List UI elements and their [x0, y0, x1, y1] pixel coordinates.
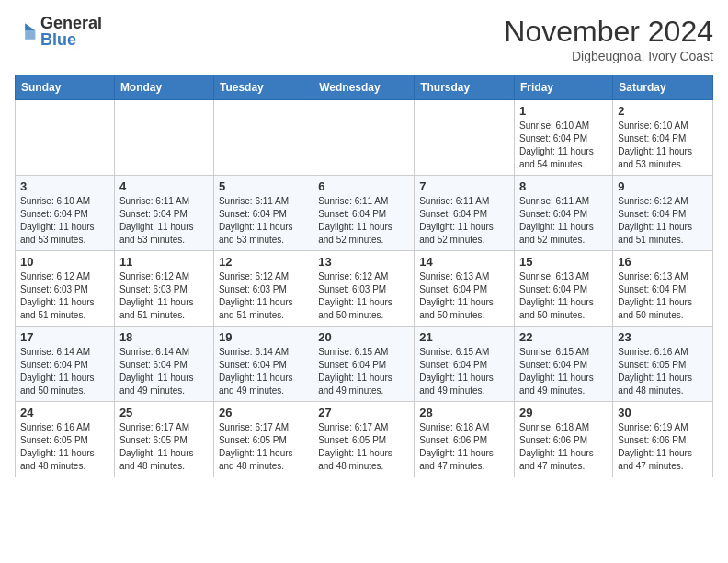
calendar-cell: 22Sunrise: 6:15 AM Sunset: 6:04 PM Dayli…	[515, 327, 613, 402]
calendar-cell: 14Sunrise: 6:13 AM Sunset: 6:04 PM Dayli…	[415, 251, 515, 327]
day-number: 3	[20, 179, 109, 193]
day-header-wednesday: Wednesday	[313, 75, 415, 100]
title-block: November 2024 Digbeugnoa, Ivory Coast	[504, 15, 713, 63]
calendar-table: SundayMondayTuesdayWednesdayThursdayFrid…	[15, 75, 713, 477]
day-info: Sunrise: 6:13 AM Sunset: 6:04 PM Dayligh…	[519, 270, 608, 322]
calendar-week-2: 10Sunrise: 6:12 AM Sunset: 6:03 PM Dayli…	[16, 251, 713, 327]
day-header-saturday: Saturday	[613, 75, 713, 100]
day-info: Sunrise: 6:14 AM Sunset: 6:04 PM Dayligh…	[219, 346, 308, 397]
calendar-week-0: 1Sunrise: 6:10 AM Sunset: 6:04 PM Daylig…	[16, 100, 713, 176]
calendar-cell: 12Sunrise: 6:12 AM Sunset: 6:03 PM Dayli…	[213, 251, 313, 327]
day-info: Sunrise: 6:13 AM Sunset: 6:04 PM Dayligh…	[618, 270, 708, 322]
calendar-header-row: SundayMondayTuesdayWednesdayThursdayFrid…	[16, 75, 713, 100]
calendar-cell: 9Sunrise: 6:12 AM Sunset: 6:04 PM Daylig…	[613, 176, 713, 251]
day-info: Sunrise: 6:11 AM Sunset: 6:04 PM Dayligh…	[519, 195, 608, 247]
calendar-cell: 23Sunrise: 6:16 AM Sunset: 6:05 PM Dayli…	[613, 327, 713, 402]
day-info: Sunrise: 6:19 AM Sunset: 6:06 PM Dayligh…	[618, 421, 708, 473]
calendar-cell: 7Sunrise: 6:11 AM Sunset: 6:04 PM Daylig…	[415, 176, 515, 251]
day-number: 11	[119, 255, 209, 269]
calendar-cell: 11Sunrise: 6:12 AM Sunset: 6:03 PM Dayli…	[114, 251, 213, 327]
logo: General Blue	[15, 15, 102, 48]
day-number: 6	[318, 179, 409, 193]
logo-icon	[15, 20, 37, 42]
day-number: 8	[519, 179, 608, 193]
logo-blue: Blue	[40, 31, 102, 48]
day-info: Sunrise: 6:15 AM Sunset: 6:04 PM Dayligh…	[318, 346, 409, 397]
day-header-thursday: Thursday	[415, 75, 515, 100]
day-number: 19	[219, 330, 308, 344]
day-number: 23	[618, 330, 708, 344]
day-number: 30	[618, 406, 708, 419]
day-number: 13	[318, 255, 409, 269]
calendar-week-3: 17Sunrise: 6:14 AM Sunset: 6:04 PM Dayli…	[16, 327, 713, 402]
calendar-cell	[114, 100, 213, 176]
day-header-friday: Friday	[515, 75, 613, 100]
calendar-cell: 27Sunrise: 6:17 AM Sunset: 6:05 PM Dayli…	[313, 402, 415, 477]
day-number: 18	[119, 330, 209, 344]
day-number: 26	[219, 406, 308, 419]
day-info: Sunrise: 6:13 AM Sunset: 6:04 PM Dayligh…	[419, 270, 509, 322]
day-info: Sunrise: 6:17 AM Sunset: 6:05 PM Dayligh…	[318, 421, 409, 473]
day-info: Sunrise: 6:10 AM Sunset: 6:04 PM Dayligh…	[519, 120, 608, 171]
calendar-week-4: 24Sunrise: 6:16 AM Sunset: 6:05 PM Dayli…	[16, 402, 713, 477]
day-number: 5	[219, 179, 308, 193]
calendar-cell: 4Sunrise: 6:11 AM Sunset: 6:04 PM Daylig…	[114, 176, 213, 251]
day-info: Sunrise: 6:17 AM Sunset: 6:05 PM Dayligh…	[219, 421, 308, 473]
calendar-cell: 5Sunrise: 6:11 AM Sunset: 6:04 PM Daylig…	[213, 176, 313, 251]
logo-general: General	[40, 15, 102, 31]
day-number: 29	[519, 406, 608, 419]
day-number: 16	[618, 255, 708, 269]
day-number: 21	[419, 330, 509, 344]
day-number: 22	[519, 330, 608, 344]
day-number: 25	[119, 406, 209, 419]
day-info: Sunrise: 6:11 AM Sunset: 6:04 PM Dayligh…	[419, 195, 509, 247]
calendar-cell	[16, 100, 115, 176]
day-number: 14	[419, 255, 509, 269]
calendar-cell: 24Sunrise: 6:16 AM Sunset: 6:05 PM Dayli…	[16, 402, 115, 477]
day-number: 27	[318, 406, 409, 419]
calendar-cell	[313, 100, 415, 176]
day-info: Sunrise: 6:14 AM Sunset: 6:04 PM Dayligh…	[20, 346, 109, 397]
day-number: 28	[419, 406, 509, 419]
day-number: 10	[20, 255, 109, 269]
day-number: 24	[20, 406, 109, 419]
day-info: Sunrise: 6:12 AM Sunset: 6:03 PM Dayligh…	[219, 270, 308, 322]
day-info: Sunrise: 6:18 AM Sunset: 6:06 PM Dayligh…	[419, 421, 509, 473]
calendar-cell: 18Sunrise: 6:14 AM Sunset: 6:04 PM Dayli…	[114, 327, 213, 402]
day-info: Sunrise: 6:12 AM Sunset: 6:04 PM Dayligh…	[618, 195, 708, 247]
day-info: Sunrise: 6:12 AM Sunset: 6:03 PM Dayligh…	[119, 270, 209, 322]
day-header-sunday: Sunday	[16, 75, 115, 100]
calendar-cell: 16Sunrise: 6:13 AM Sunset: 6:04 PM Dayli…	[613, 251, 713, 327]
day-info: Sunrise: 6:12 AM Sunset: 6:03 PM Dayligh…	[20, 270, 109, 322]
day-number: 4	[119, 179, 209, 193]
day-info: Sunrise: 6:16 AM Sunset: 6:05 PM Dayligh…	[618, 346, 708, 397]
calendar-cell: 10Sunrise: 6:12 AM Sunset: 6:03 PM Dayli…	[16, 251, 115, 327]
day-info: Sunrise: 6:14 AM Sunset: 6:04 PM Dayligh…	[119, 346, 209, 397]
day-info: Sunrise: 6:16 AM Sunset: 6:05 PM Dayligh…	[20, 421, 109, 473]
calendar-cell	[213, 100, 313, 176]
calendar-cell: 29Sunrise: 6:18 AM Sunset: 6:06 PM Dayli…	[515, 402, 613, 477]
calendar-cell: 26Sunrise: 6:17 AM Sunset: 6:05 PM Dayli…	[213, 402, 313, 477]
day-info: Sunrise: 6:11 AM Sunset: 6:04 PM Dayligh…	[119, 195, 209, 247]
day-info: Sunrise: 6:15 AM Sunset: 6:04 PM Dayligh…	[419, 346, 509, 397]
day-header-monday: Monday	[114, 75, 213, 100]
day-info: Sunrise: 6:18 AM Sunset: 6:06 PM Dayligh…	[519, 421, 608, 473]
calendar-week-1: 3Sunrise: 6:10 AM Sunset: 6:04 PM Daylig…	[16, 176, 713, 251]
day-number: 9	[618, 179, 708, 193]
calendar-cell: 15Sunrise: 6:13 AM Sunset: 6:04 PM Dayli…	[515, 251, 613, 327]
day-info: Sunrise: 6:15 AM Sunset: 6:04 PM Dayligh…	[519, 346, 608, 397]
page-header: General Blue November 2024 Digbeugnoa, I…	[15, 15, 713, 63]
day-number: 12	[219, 255, 308, 269]
svg-marker-1	[25, 30, 35, 40]
month-title: November 2024	[504, 15, 713, 49]
calendar-cell: 17Sunrise: 6:14 AM Sunset: 6:04 PM Dayli…	[16, 327, 115, 402]
day-number: 20	[318, 330, 409, 344]
calendar-cell: 6Sunrise: 6:11 AM Sunset: 6:04 PM Daylig…	[313, 176, 415, 251]
location: Digbeugnoa, Ivory Coast	[504, 49, 713, 63]
day-number: 2	[618, 104, 708, 118]
calendar-cell: 30Sunrise: 6:19 AM Sunset: 6:06 PM Dayli…	[613, 402, 713, 477]
calendar-cell: 13Sunrise: 6:12 AM Sunset: 6:03 PM Dayli…	[313, 251, 415, 327]
day-info: Sunrise: 6:11 AM Sunset: 6:04 PM Dayligh…	[219, 195, 308, 247]
calendar-cell	[415, 100, 515, 176]
calendar-cell: 28Sunrise: 6:18 AM Sunset: 6:06 PM Dayli…	[415, 402, 515, 477]
